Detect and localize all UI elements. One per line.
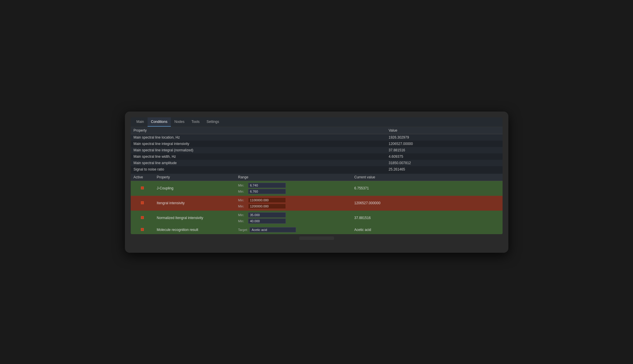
tab-settings[interactable]: Settings: [203, 117, 223, 127]
property-col-header-cond: Property: [154, 174, 235, 181]
range-min-row: Min:: [238, 198, 349, 203]
active-indicator[interactable]: [141, 228, 144, 231]
target-input[interactable]: [250, 227, 296, 232]
range-col-cell: Min: Min:: [235, 181, 352, 196]
property-value: 37.881516: [386, 147, 503, 153]
current-value-cell: 1206527.000000: [352, 196, 503, 211]
range-min-input[interactable]: [248, 198, 286, 203]
active-cell: [131, 225, 154, 234]
range-min-label: Min:: [238, 213, 246, 217]
range-cell: Min: Min:: [238, 212, 349, 224]
property-row: Main spectral line location, Hz 1926.302…: [131, 134, 503, 141]
trackpad: [299, 236, 334, 240]
range-max-label: Min:: [238, 190, 246, 193]
range-col-cell: Min: Min:: [235, 211, 352, 225]
property-name: Main spectral line amplitude: [131, 160, 386, 166]
range-max-input[interactable]: [248, 189, 286, 194]
range-min-input[interactable]: [248, 212, 286, 218]
property-row: Signal to noise ratio 25.261465: [131, 166, 503, 173]
property-name: Main spectral line integral (normalized): [131, 147, 386, 153]
active-col-header: Active: [131, 174, 154, 181]
property-cell: Molecule recognition result: [154, 225, 235, 234]
range-col-cell: Min: Min:: [235, 196, 352, 211]
property-row: Main spectral line integral intensivity …: [131, 141, 503, 147]
current-value-col-header: Current value: [352, 174, 503, 181]
property-row: Main spectral line amplitude 31850.00781…: [131, 160, 503, 166]
range-max-row: Min:: [238, 189, 349, 194]
range-cell: Min: Min:: [238, 183, 349, 194]
property-cell: Normalized Itengral intensivity: [154, 211, 235, 225]
property-cell: J-Coupling: [154, 181, 235, 196]
property-name: Main spectral line width, Hz: [131, 153, 386, 160]
target-row: Target:: [238, 227, 349, 232]
range-max-input[interactable]: [248, 218, 286, 224]
tab-bar: Main Conditions Nodes Tools Settings: [131, 117, 503, 127]
property-row: Main spectral line integral (normalized)…: [131, 147, 503, 153]
tab-tools[interactable]: Tools: [188, 117, 203, 127]
range-max-label: Min:: [238, 205, 246, 208]
condition-row: Itengral intensivity Min: Min: 1206527.0…: [131, 196, 503, 211]
screen: Main Conditions Nodes Tools Settings Pro…: [131, 117, 503, 234]
range-max-label: Min:: [238, 219, 246, 223]
value-col-header: Value: [386, 127, 503, 134]
condition-row: Molecule recognition result Target: Acet…: [131, 225, 503, 234]
range-cell: Min: Min:: [238, 198, 349, 209]
tab-nodes[interactable]: Nodes: [171, 117, 188, 127]
laptop-frame: Main Conditions Nodes Tools Settings Pro…: [125, 112, 508, 253]
active-indicator[interactable]: [141, 201, 144, 204]
property-name: Main spectral line integral intensivity: [131, 141, 386, 147]
range-col-cell: Target:: [235, 225, 352, 234]
active-indicator[interactable]: [141, 187, 144, 189]
tab-conditions[interactable]: Conditions: [148, 117, 171, 127]
property-cell: Itengral intensivity: [154, 196, 235, 211]
property-name: Main spectral line location, Hz: [131, 134, 386, 141]
conditions-section: Active Property Range Current value J-Co…: [131, 174, 503, 234]
current-value-cell: 37.881516: [352, 211, 503, 225]
range-min-label: Min:: [238, 198, 246, 202]
property-row: Main spectral line width, Hz 4.609375: [131, 153, 503, 160]
target-label: Target:: [238, 228, 248, 232]
active-cell: [131, 196, 154, 211]
range-col-header: Range: [235, 174, 352, 181]
active-cell: [131, 181, 154, 196]
range-min-row: Min:: [238, 212, 349, 218]
range-max-row: Min:: [238, 204, 349, 209]
range-min-input[interactable]: [248, 183, 286, 188]
range-min-label: Min:: [238, 184, 246, 187]
current-value-cell: 6.755371: [352, 181, 503, 196]
range-max-input[interactable]: [248, 204, 286, 209]
condition-row: Normalized Itengral intensivity Min: Min…: [131, 211, 503, 225]
laptop-bottom: [131, 235, 503, 241]
property-value: 25.261465: [386, 166, 503, 173]
active-cell: [131, 211, 154, 225]
range-min-row: Min:: [238, 183, 349, 188]
property-value: 31850.007812: [386, 160, 503, 166]
tab-main[interactable]: Main: [133, 117, 148, 127]
range-max-row: Min:: [238, 218, 349, 224]
active-indicator[interactable]: [141, 216, 144, 219]
property-col-header: Property: [131, 127, 386, 134]
conditions-table: Active Property Range Current value J-Co…: [131, 174, 503, 234]
property-value: 1926.302979: [386, 134, 503, 141]
property-value: 1206527.00000: [386, 141, 503, 147]
condition-row: J-Coupling Min: Min: 6.755371: [131, 181, 503, 196]
properties-table: Property Value Main spectral line locati…: [131, 127, 503, 173]
current-value-cell: Acetic acid: [352, 225, 503, 234]
property-name: Signal to noise ratio: [131, 166, 386, 173]
property-value: 4.609375: [386, 153, 503, 160]
